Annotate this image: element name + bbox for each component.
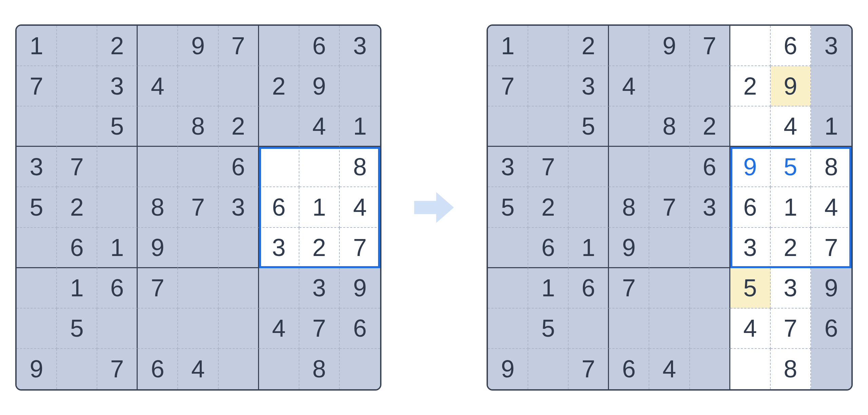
cell-r6-c5 xyxy=(690,268,730,309)
cell-r2-c1 xyxy=(57,106,97,147)
cell-r3-c6: 9 xyxy=(730,147,771,187)
cell-r4-c1: 2 xyxy=(528,187,569,228)
cell-r1-c6: 2 xyxy=(259,66,299,106)
cell-r5-c2: 1 xyxy=(569,228,609,268)
cell-value: 5 xyxy=(501,193,515,221)
cell-r3-c5: 6 xyxy=(219,147,259,187)
cell-r3-c1: 7 xyxy=(528,147,569,187)
cell-r5-c7: 2 xyxy=(771,228,811,268)
cell-value: 6 xyxy=(70,234,84,261)
cell-r1-c5 xyxy=(219,66,259,106)
cell-r1-c2: 3 xyxy=(97,66,138,106)
cell-r5-c5 xyxy=(690,228,730,268)
cell-r4-c2 xyxy=(97,187,138,228)
cell-r2-c6 xyxy=(259,106,299,147)
cell-r4-c7: 1 xyxy=(771,187,811,228)
cell-r2-c3 xyxy=(609,106,649,147)
cell-value: 3 xyxy=(110,72,124,100)
cell-r7-c4 xyxy=(178,309,218,349)
cell-value: 2 xyxy=(541,193,555,221)
cell-value: 9 xyxy=(501,355,515,383)
cell-r4-c6: 6 xyxy=(730,187,771,228)
cell-r6-c5 xyxy=(219,268,259,309)
cell-r1-c3: 4 xyxy=(609,66,649,106)
cell-r1-c2: 3 xyxy=(569,66,609,106)
cell-r8-c5 xyxy=(219,349,259,389)
cell-value: 2 xyxy=(232,112,245,140)
cell-value: 6 xyxy=(312,32,326,60)
cell-r7-c3 xyxy=(609,309,649,349)
cell-value: 7 xyxy=(191,193,205,221)
cell-r6-c1: 1 xyxy=(528,268,569,309)
cell-value: 6 xyxy=(824,314,838,342)
cell-r6-c1: 1 xyxy=(57,268,97,309)
cell-value: 2 xyxy=(784,234,797,261)
sudoku-grid-left: 1297637342958241376852873614619327167395… xyxy=(15,24,381,391)
cell-value: 9 xyxy=(353,274,367,302)
cell-value: 5 xyxy=(784,153,797,181)
cell-r8-c1 xyxy=(57,349,97,389)
cell-r7-c0 xyxy=(488,309,528,349)
cell-r5-c6: 3 xyxy=(730,228,771,268)
cell-value: 6 xyxy=(110,274,124,302)
cell-r8-c3: 6 xyxy=(609,349,649,389)
cell-r2-c8: 1 xyxy=(811,106,851,147)
cell-r3-c3 xyxy=(138,147,178,187)
cell-value: 7 xyxy=(151,274,164,302)
cell-value: 1 xyxy=(30,32,43,60)
cell-value: 1 xyxy=(70,274,84,302)
cell-value: 6 xyxy=(272,193,285,221)
cell-value: 3 xyxy=(581,72,595,100)
cell-value: 8 xyxy=(312,355,326,383)
cell-r7-c8: 6 xyxy=(811,309,851,349)
cell-value: 1 xyxy=(312,193,326,221)
cell-r4-c5: 3 xyxy=(690,187,730,228)
cell-value: 5 xyxy=(110,112,124,140)
cell-r2-c0 xyxy=(488,106,528,147)
cell-value: 7 xyxy=(70,153,84,181)
cell-value: 4 xyxy=(312,112,326,140)
cell-value: 5 xyxy=(541,314,555,342)
cell-value: 6 xyxy=(541,234,555,261)
cell-value: 2 xyxy=(743,72,757,100)
cell-value: 7 xyxy=(622,274,636,302)
cell-r5-c0 xyxy=(17,228,57,268)
cell-value: 1 xyxy=(784,193,797,221)
cell-r8-c7: 8 xyxy=(771,349,811,389)
cell-value: 6 xyxy=(353,314,367,342)
cell-r5-c3: 9 xyxy=(609,228,649,268)
cell-r6-c0 xyxy=(488,268,528,309)
cell-r2-c5: 2 xyxy=(219,106,259,147)
cell-r1-c3: 4 xyxy=(138,66,178,106)
cell-r5-c5 xyxy=(219,228,259,268)
svg-marker-0 xyxy=(414,192,454,223)
cell-r7-c1: 5 xyxy=(528,309,569,349)
cell-r6-c8: 9 xyxy=(340,268,380,309)
cell-r5-c7: 2 xyxy=(299,228,340,268)
cell-value: 3 xyxy=(353,32,367,60)
cell-value: 4 xyxy=(824,193,838,221)
arrow-icon xyxy=(412,185,456,230)
cell-value: 3 xyxy=(272,234,285,261)
cell-value: 9 xyxy=(151,234,164,261)
cell-r3-c1: 7 xyxy=(57,147,97,187)
cell-r7-c7: 7 xyxy=(299,309,340,349)
cell-r5-c8: 7 xyxy=(811,228,851,268)
cell-r0-c5: 7 xyxy=(690,26,730,66)
cell-value: 9 xyxy=(191,32,205,60)
cell-r8-c8 xyxy=(811,349,851,389)
cell-value: 7 xyxy=(784,314,797,342)
cell-value: 2 xyxy=(703,112,716,140)
cell-r7-c6: 4 xyxy=(259,309,299,349)
cell-r5-c1: 6 xyxy=(57,228,97,268)
cell-r1-c0: 7 xyxy=(17,66,57,106)
cell-value: 1 xyxy=(501,32,515,60)
cell-r2-c8: 1 xyxy=(340,106,380,147)
cell-value: 3 xyxy=(703,193,716,221)
cell-r4-c3: 8 xyxy=(138,187,178,228)
cell-r6-c3: 7 xyxy=(138,268,178,309)
cell-value: 7 xyxy=(581,355,595,383)
cell-r6-c8: 9 xyxy=(811,268,851,309)
cell-r1-c8 xyxy=(811,66,851,106)
cell-r6-c0 xyxy=(17,268,57,309)
